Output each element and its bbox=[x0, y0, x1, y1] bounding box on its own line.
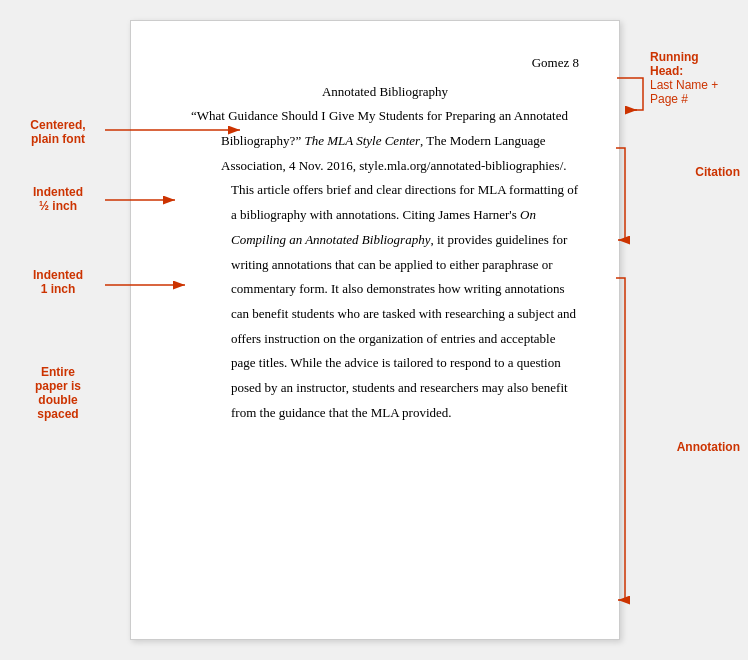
bibliography-title: Annotated Bibliography bbox=[191, 80, 579, 105]
centered-plain-label: Centered,plain font bbox=[8, 118, 108, 146]
citation-text-4: Association, 4 Nov. 2016, style.mla.org/… bbox=[221, 158, 567, 173]
citation-label: Citation bbox=[695, 165, 740, 179]
citation-block: “What Guidance Should I Give My Students… bbox=[191, 104, 579, 178]
entire-paper-label: Entirepaper isdoublespaced bbox=[8, 365, 108, 421]
document-page: Gomez 8 Annotated Bibliography “What Gui… bbox=[130, 20, 620, 640]
citation-text-2: Bibliography?” bbox=[221, 133, 304, 148]
running-head-text: Gomez 8 bbox=[191, 51, 579, 76]
citation-italic: The MLA Style Center bbox=[304, 133, 420, 148]
annotation-label: Annotation bbox=[677, 440, 740, 454]
citation-text-1: “What Guidance Should I Give My Students… bbox=[191, 108, 568, 123]
indented-one-label: Indented1 inch bbox=[8, 268, 108, 296]
citation-text-3: , The Modern Language bbox=[420, 133, 545, 148]
document-content: Gomez 8 Annotated Bibliography “What Gui… bbox=[131, 21, 619, 455]
running-head-label: RunningHead:Last Name +Page # bbox=[650, 50, 740, 106]
indented-half-label: Indented½ inch bbox=[8, 185, 108, 213]
annotation-block: This article offers brief and clear dire… bbox=[191, 178, 579, 425]
